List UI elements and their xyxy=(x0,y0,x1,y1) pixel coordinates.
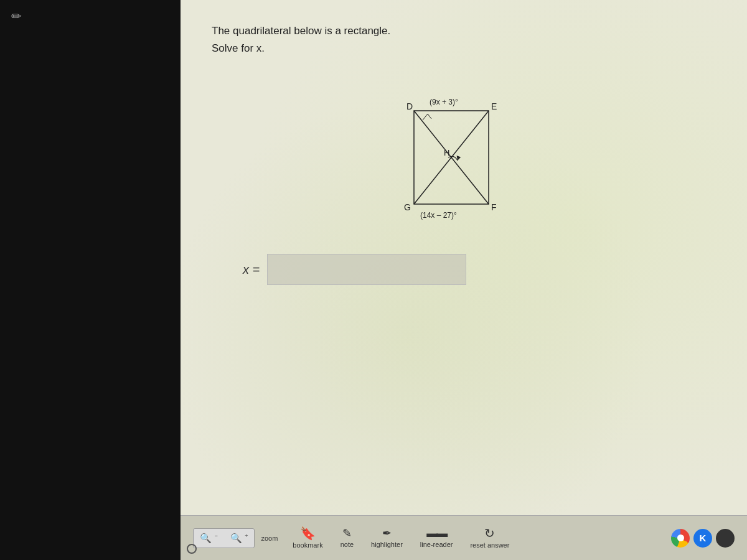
answer-input[interactable] xyxy=(268,254,466,284)
vertex-g: G xyxy=(404,202,411,212)
dark-icon[interactable] xyxy=(716,529,735,548)
radio-button[interactable] xyxy=(187,544,197,554)
k-avatar[interactable]: K xyxy=(693,529,712,548)
vertex-f: F xyxy=(491,202,497,212)
svg-line-4 xyxy=(423,114,428,120)
line-reader-label: line-reader xyxy=(420,541,453,548)
angle-top-label: (9x + 3)° xyxy=(430,98,458,106)
bookmark-icon: 🔖 xyxy=(300,527,316,539)
diagram-container: D E F G H (9x + 3)° (14x – 27)° xyxy=(199,73,716,235)
answer-row: x = xyxy=(243,254,716,285)
highlighter-icon: ✒ xyxy=(382,528,392,539)
question-line2: Solve for x. xyxy=(212,42,716,55)
answer-input-box[interactable] xyxy=(267,254,466,285)
toolbar: 🔍 − 🔍 + zoom 🔖 bookmark ✎ note ✒ highlig… xyxy=(181,515,747,560)
bottom-radio-container xyxy=(187,544,197,554)
angle-bottom-label: (14x – 27)° xyxy=(420,211,457,220)
zoom-in-button[interactable]: 🔍 + xyxy=(224,529,255,548)
zoom-group: 🔍 − 🔍 + xyxy=(193,528,255,548)
svg-line-5 xyxy=(428,114,431,119)
bookmark-label: bookmark xyxy=(293,541,322,549)
reset-answer-label: reset answer xyxy=(470,541,509,549)
vertex-h: H xyxy=(444,148,449,157)
reset-icon: ↻ xyxy=(484,527,495,539)
note-button[interactable]: ✎ note xyxy=(332,524,362,552)
vertex-e: E xyxy=(491,101,497,111)
zoom-out-icon: 🔍 xyxy=(200,533,212,543)
question-area: The quadrilateral below is a rectangle. … xyxy=(181,0,747,515)
highlighter-button[interactable]: ✒ highlighter xyxy=(362,524,411,552)
reset-answer-button[interactable]: ↻ reset answer xyxy=(461,523,518,553)
bookmark-button[interactable]: 🔖 bookmark xyxy=(284,523,331,553)
zoom-label: zoom xyxy=(261,534,278,542)
zoom-label-container: zoom xyxy=(261,534,278,542)
zoom-in-icon: 🔍 xyxy=(230,533,242,543)
x-equals-label: x = xyxy=(243,263,260,277)
chrome-icon[interactable] xyxy=(671,529,690,548)
highlighter-label: highlighter xyxy=(371,541,403,548)
note-icon: ✎ xyxy=(342,528,352,539)
line-reader-icon: ▬▬ xyxy=(426,528,446,539)
system-tray: K xyxy=(671,529,735,548)
question-line1: The quadrilateral below is a rectangle. xyxy=(212,25,716,37)
line-reader-button[interactable]: ▬▬ line-reader xyxy=(411,524,462,552)
rectangle-diagram: D E F G H (9x + 3)° (14x – 27)° xyxy=(395,73,520,235)
vertex-d: D xyxy=(406,101,413,111)
zoom-out-button[interactable]: 🔍 − xyxy=(194,529,224,548)
note-label: note xyxy=(341,541,354,548)
main-content: The quadrilateral below is a rectangle. … xyxy=(181,0,747,560)
pencil-icon: ✏ xyxy=(11,9,22,24)
left-panel: ✏ xyxy=(0,0,181,560)
